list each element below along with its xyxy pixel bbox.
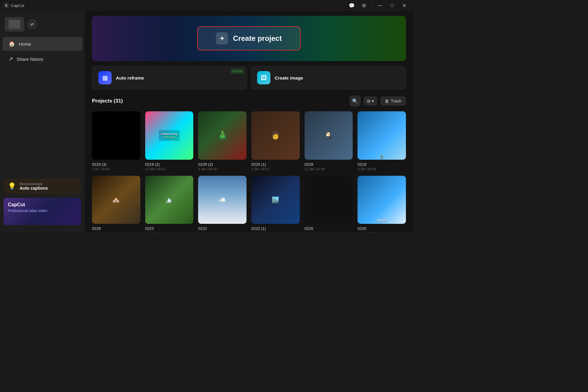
project-meta: 5.6M | 00:22 [251,167,300,171]
settings-button[interactable]: ⚙ [358,0,369,11]
free-badge: ⊕ Free [230,69,244,74]
project-name: 0226 [305,226,353,231]
titlebar-left: C CapCut [4,3,24,8]
trash-button[interactable]: 🗑 Trash [380,96,406,106]
list-item[interactable]: 🏘️ 0228 341.9K | 00:05 [92,176,140,232]
list-item[interactable]: Iceland Vloglandscapes 0219 (2) 11.5M | … [145,111,194,171]
toggle-icon: ⇄ [30,22,34,27]
minimize-icon: — [377,3,382,8]
project-meta: 11.8M | 00:48 [305,167,353,171]
search-icon: 🔍 [352,98,358,104]
promo-subtitle: Professional video editor [8,209,77,213]
app-name-label: CapCut [11,3,24,8]
project-meta: 341.9K | 00:05 [92,231,140,232]
projects-label: Projects ( [92,98,115,104]
maximize-icon: □ [390,3,394,8]
home-icon: 🏠 [8,41,15,47]
sidebar-item-home[interactable]: 🏠 Home [2,37,82,51]
main-content: + Create project ⊕ Free ▦ Auto reframe 🖼… [85,11,413,232]
list-item[interactable]: ☁️ 0222 8.7M | 00:11 [198,176,247,232]
project-thumbnail [92,111,140,160]
project-thumbnail: ☁️ [198,176,247,224]
maximize-button[interactable]: □ [387,0,397,11]
project-thumbnail: Iceland Vloglandscapes [145,111,194,160]
list-item[interactable]: 🏝️ 0219 4.3M | 00:08 [358,111,406,171]
sidebar-item-share-history[interactable]: ↗ Share history [2,52,82,66]
project-meta: 654.7K | 00:05 [145,231,194,232]
plus-icon: + [216,32,228,44]
project-name: 0222 [198,226,247,231]
free-badge-label: Free [236,70,242,73]
project-thumbnail: 🎄 [198,111,247,160]
projects-count: 31 [115,98,121,104]
list-item[interactable]: beach 0220 4.3M | 00:05 [358,176,406,232]
promo-card[interactable]: CapCut Professional video editor [4,198,81,225]
list-item[interactable]: 🎄 0229 (2) 4.4M | 00:49 [198,111,247,171]
project-meta: 11.5M | 00:13 [145,167,194,171]
share-icon: ↗ [8,56,13,62]
projects-header: Projects (31) 🔍 ⊞ ▾ 🗑 Trash [92,96,406,106]
create-project-label: Create project [233,34,282,43]
trash-label: Trash [391,99,401,103]
feature-card-create-image[interactable]: 🖼 Create image [251,66,406,90]
project-meta: 8.7M | 00:11 [198,231,247,232]
project-thumbnail: 🍳 [305,111,353,160]
promo-title: CapCut [8,202,77,207]
minimize-button[interactable]: — [374,0,385,11]
feature-card-auto-reframe[interactable]: ⊕ Free ▦ Auto reframe [92,66,247,90]
create-image-label: Create image [275,75,303,80]
chat-button[interactable]: 💬 [346,0,357,11]
search-button[interactable]: 🔍 [350,96,361,106]
create-project-button[interactable]: + Create project [197,26,300,51]
view-grid-icon: ⊞ [367,99,371,103]
list-item[interactable]: 0229 (3) 7.4K | 00:00 [92,111,140,171]
feature-row: ⊕ Free ▦ Auto reframe 🖼 Create image [92,66,406,90]
create-image-icon: 🖼 [257,71,270,84]
svg-text:C: C [5,4,7,7]
sidebar-bottom: 💡 Recommended Auto captions CapCut Profe… [0,175,85,229]
projects-paren: ) [121,98,123,104]
project-thumbnail: 👩 [251,111,300,160]
recommended-label: Recommended [20,182,48,186]
project-thumbnail: 🏔️ [145,176,194,224]
sidebar-item-home-label: Home [19,41,31,47]
chevron-down-icon: ▾ [372,99,374,103]
chat-icon: 💬 [349,3,355,8]
list-item[interactable]: 🏔️ 0223 654.7K | 00:05 [145,176,194,232]
app-body: ⇄ 🏠 Home ↗ Share history 💡 Recommended A… [0,11,413,232]
view-toggle-button[interactable]: ⊞ ▾ [364,96,377,106]
app-logo: C CapCut [4,3,24,8]
close-icon: ✕ [402,3,406,8]
list-item[interactable]: 👩 0229 (1) 5.6M | 00:22 [251,111,300,171]
sidebar: ⇄ 🏠 Home ↗ Share history 💡 Recommended A… [0,11,85,232]
project-name: 0228 [92,226,140,231]
project-name: 0229 (3) [92,162,140,167]
avatar [5,17,24,31]
project-name: 0223 [145,226,194,231]
project-meta: 6.9M | 00:13 [251,231,300,232]
titlebar: C CapCut 💬 ⚙ — □ ✕ [0,0,413,11]
project-name: 0220 [358,226,406,231]
project-thumbnail: beach [358,176,406,224]
recommended-card[interactable]: 💡 Recommended Auto captions [4,178,81,194]
project-thumbnail [305,176,353,224]
project-meta: 4.3M | 00:05 [358,231,406,232]
project-meta: 7.4K | 00:00 [305,231,353,232]
projects-grid: 0229 (3) 7.4K | 00:00 Iceland Vloglandsc… [92,111,406,232]
free-badge-icon: ⊕ [233,70,235,73]
auto-reframe-icon: ▦ [98,71,112,84]
project-meta: 4.4M | 00:49 [198,167,247,171]
auto-reframe-label: Auto reframe [116,75,144,80]
list-item[interactable]: 0226 7.4K | 00:00 [305,176,353,232]
list-item[interactable]: 🍳 0229 11.8M | 00:48 [305,111,353,171]
settings-icon: ⚙ [362,3,366,8]
project-name: 0229 (1) [251,162,300,167]
project-name: 0222 (1) [251,226,300,231]
sidebar-toggle-button[interactable]: ⇄ [27,19,37,29]
sidebar-avatar-area: ⇄ [0,15,85,36]
project-name: 0219 [358,162,406,167]
list-item[interactable]: 🏙️ 0222 (1) 6.9M | 00:13 [251,176,300,232]
project-name: 0229 [305,162,353,167]
close-button[interactable]: ✕ [399,0,410,11]
project-thumbnail: 🏝️ [358,111,406,160]
